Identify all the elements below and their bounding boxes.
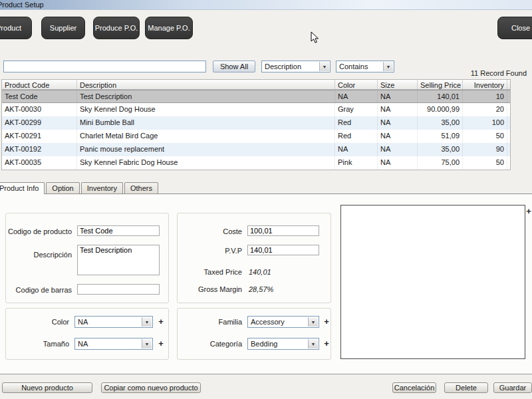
add-family-button[interactable]: + bbox=[323, 317, 331, 327]
table-row[interactable]: AKT-00035 Sky Kennel Fabric Dog House Pi… bbox=[2, 156, 510, 170]
cell-inventory: 100 bbox=[463, 116, 507, 130]
chevron-down-icon: ▼ bbox=[383, 62, 393, 71]
cell-description: Test Description bbox=[77, 90, 335, 102]
search-field-dropdown[interactable]: Description ▼ bbox=[261, 61, 331, 72]
column-header[interactable]: Product Code bbox=[2, 80, 77, 89]
add-category-button[interactable]: + bbox=[323, 338, 331, 348]
tab-others[interactable]: Others bbox=[124, 182, 158, 194]
cell-color: Red bbox=[335, 130, 378, 143]
description-field[interactable]: Test Description bbox=[77, 245, 160, 275]
cell-size: NA bbox=[378, 90, 418, 102]
cancel-button[interactable]: Cancelación bbox=[392, 382, 436, 393]
category-label: Categoría bbox=[177, 340, 242, 348]
close-button[interactable]: Close bbox=[497, 17, 532, 39]
produce-po-button[interactable]: Produce P.O. bbox=[93, 17, 140, 39]
delete-button[interactable]: Delete bbox=[444, 382, 488, 393]
tab-option[interactable]: Option bbox=[46, 182, 79, 194]
cell-inventory: 50 bbox=[463, 156, 507, 170]
add-color-button[interactable]: + bbox=[157, 317, 165, 327]
table-row[interactable]: AKT-00192 Panic mouse replacement NA NA … bbox=[2, 143, 510, 156]
add-size-button[interactable]: + bbox=[157, 338, 165, 348]
category-value: Bedding bbox=[251, 340, 277, 348]
cell-selling-price: 75,00 bbox=[418, 156, 463, 170]
cell-selling-price: 51,09 bbox=[418, 130, 463, 143]
cell-size: NA bbox=[378, 130, 418, 143]
color-dropdown[interactable]: NA ▼ bbox=[74, 316, 153, 328]
barcode-field[interactable] bbox=[77, 284, 160, 295]
cell-description: Sky Kennel Dog House bbox=[77, 103, 335, 116]
cell-inventory: 10 bbox=[463, 90, 507, 102]
search-operator-dropdown[interactable]: Contains ▼ bbox=[336, 61, 394, 72]
cell-color: Gray bbox=[335, 103, 378, 116]
cell-product-code: AKT-00299 bbox=[2, 116, 77, 130]
pvp-field[interactable] bbox=[247, 245, 319, 255]
tab-product-info[interactable]: Product Info bbox=[0, 182, 45, 194]
family-value: Accessory bbox=[251, 318, 285, 326]
tab-inventory[interactable]: Inventory bbox=[81, 182, 123, 194]
cell-color: NA bbox=[335, 143, 378, 156]
cell-size: NA bbox=[378, 103, 418, 116]
family-label: Familia bbox=[177, 318, 242, 326]
pvp-label: P.V.P bbox=[177, 247, 242, 255]
column-header[interactable]: Description bbox=[77, 80, 335, 89]
new-product-button[interactable]: Nuevo producto bbox=[2, 382, 92, 393]
cost-field[interactable] bbox=[247, 225, 319, 236]
cell-inventory: 90 bbox=[463, 143, 507, 156]
column-header[interactable]: Selling Price bbox=[418, 80, 463, 89]
title-bar: Product Setup bbox=[0, 0, 532, 10]
add-image-button[interactable]: + bbox=[525, 206, 532, 216]
product-image-box bbox=[340, 205, 525, 359]
table-row[interactable]: AKT-00030 Sky Kennel Dog House Gray NA 9… bbox=[2, 103, 510, 116]
cell-selling-price: 35,00 bbox=[418, 143, 463, 156]
size-label: Tamaño bbox=[5, 340, 69, 348]
save-button[interactable]: Guardar bbox=[493, 382, 532, 393]
product-button[interactable]: Product bbox=[0, 17, 32, 39]
column-header[interactable]: Size bbox=[378, 80, 418, 89]
product-code-field[interactable] bbox=[77, 225, 160, 236]
table-row[interactable]: Test Code Test Description NA NA 140,01 … bbox=[2, 90, 510, 103]
table-row[interactable]: AKT-00299 Mini Bumble Ball Red NA 35,00 … bbox=[2, 116, 510, 130]
gross-margin-value: 28,57% bbox=[249, 285, 273, 293]
cell-product-code: AKT-00192 bbox=[2, 143, 77, 156]
chevron-down-icon: ▼ bbox=[308, 317, 318, 327]
cell-description: Mini Bumble Ball bbox=[77, 116, 335, 130]
cell-description: Charlet Metal Bird Cage bbox=[77, 130, 335, 143]
chevron-down-icon: ▼ bbox=[308, 339, 318, 348]
cell-inventory: 50 bbox=[463, 130, 507, 143]
cell-inventory: 20 bbox=[463, 103, 507, 116]
taxed-price-value: 140,01 bbox=[249, 268, 271, 276]
copy-product-button[interactable]: Copiar como nuevo producto bbox=[101, 382, 201, 393]
supplier-button[interactable]: Supplier bbox=[41, 17, 85, 39]
chevron-down-icon: ▼ bbox=[142, 339, 152, 348]
cell-description: Panic mouse replacement bbox=[77, 143, 335, 156]
column-header[interactable]: Inventory bbox=[463, 80, 507, 89]
chevron-down-icon: ▼ bbox=[319, 62, 329, 71]
window-title: Product Setup bbox=[0, 1, 44, 9]
cell-color: Pink bbox=[335, 156, 378, 170]
search-input[interactable] bbox=[3, 61, 206, 72]
cost-label: Coste bbox=[177, 227, 242, 235]
column-header[interactable]: Color bbox=[335, 80, 378, 89]
table-row[interactable]: AKT-00291 Charlet Metal Bird Cage Red NA… bbox=[2, 130, 510, 143]
cell-size: NA bbox=[378, 156, 418, 170]
record-count: 11 Record Found bbox=[471, 69, 527, 77]
family-dropdown[interactable]: Accessory ▼ bbox=[247, 316, 319, 328]
barcode-label: Codigo de barras bbox=[5, 286, 72, 294]
size-dropdown[interactable]: NA ▼ bbox=[74, 338, 153, 350]
tab-strip: Product Info Option Inventory Others bbox=[0, 182, 160, 194]
description-label: Descripción bbox=[5, 251, 72, 259]
manage-po-button[interactable]: Manage P.O. bbox=[145, 17, 193, 39]
cell-selling-price: 35,00 bbox=[418, 116, 463, 130]
cell-product-code: Test Code bbox=[2, 90, 77, 102]
show-all-button[interactable]: Show All bbox=[213, 61, 255, 72]
cell-size: NA bbox=[378, 116, 418, 130]
cell-size: NA bbox=[378, 143, 418, 156]
mouse-cursor bbox=[311, 31, 319, 44]
category-dropdown[interactable]: Bedding ▼ bbox=[247, 338, 319, 350]
cell-product-code: AKT-00030 bbox=[2, 103, 77, 116]
color-label: Color bbox=[5, 318, 69, 326]
cell-product-code: AKT-00035 bbox=[2, 156, 77, 170]
product-table: Product Code Description Color Size Sell… bbox=[1, 79, 511, 170]
search-operator-value: Contains bbox=[339, 63, 368, 70]
cell-color: NA bbox=[335, 90, 378, 102]
